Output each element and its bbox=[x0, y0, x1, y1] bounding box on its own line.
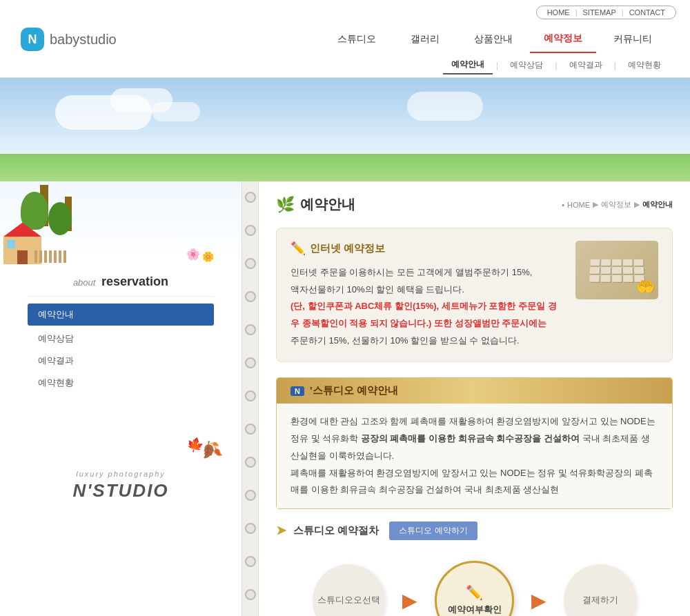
ring-binder bbox=[241, 181, 259, 616]
breadcrumb-home[interactable]: HOME bbox=[567, 201, 590, 209]
sky-background bbox=[0, 78, 690, 181]
step-arrow-1: ▶ bbox=[402, 589, 417, 612]
content-area: 🌿 예약안내 • HOME ▶ 예약정보 ▶ 예약안내 ✏️ 인터넷 예약정보 … bbox=[259, 181, 690, 616]
top-nav-sitemap[interactable]: SITEMAP bbox=[582, 8, 615, 17]
top-nav-sep2: | bbox=[622, 8, 624, 17]
luxury-text: luxury photography bbox=[0, 470, 241, 478]
sidebar-item-result[interactable]: 예약결과 bbox=[28, 350, 214, 372]
breadcrumb-bullet: • bbox=[562, 201, 564, 209]
procedure-title-text: 스튜디오 예약절차 bbox=[293, 524, 379, 537]
top-nav-sep1: | bbox=[575, 8, 578, 17]
step-1: 스튜디오오선택 bbox=[313, 564, 385, 616]
subnav-result[interactable]: 예약결과 bbox=[561, 57, 611, 74]
studio-info-header: N '스튜디오 예약안내 bbox=[277, 378, 672, 404]
sidebar-item-status[interactable]: 예약현황 bbox=[28, 372, 214, 394]
breadcrumb-current: 예약안내 bbox=[642, 199, 673, 210]
step-2-active: ✏️ 예약여부확인 bbox=[435, 561, 514, 616]
top-nav-border: HOME | SITEMAP | CONTACT bbox=[536, 6, 676, 19]
studio-bold-text: 공장의 폐촉매를 이용한 희유금속 회수공장을 건설하여 bbox=[361, 433, 580, 444]
breadcrumb: • HOME ▶ 예약정보 ▶ 예약안내 bbox=[562, 199, 673, 210]
procedure-title-row: ➤ 스튜디오 예약절차 스튜디오 예약하기 bbox=[276, 521, 673, 540]
page-title: 🌿 예약안내 bbox=[276, 195, 355, 214]
reservation-label: reservation bbox=[101, 275, 168, 288]
studio-name: N'STUDIO bbox=[0, 480, 241, 501]
breadcrumb-section[interactable]: 예약정보 bbox=[601, 199, 631, 210]
arrow-icon: ➤ bbox=[276, 523, 286, 538]
inet-box-title: ✏️ 인터넷 예약정보 bbox=[290, 241, 565, 256]
studio-info-title: '스튜디오 예약안내 bbox=[310, 384, 398, 397]
internet-reservation-box: ✏️ 인터넷 예약정보 인터넷 주문을 이용하시는 모든 고객에게 앨범주문하기… bbox=[276, 228, 673, 362]
logo-area: N babystudio bbox=[21, 28, 117, 51]
sidebar-item-consult[interactable]: 예약상담 bbox=[28, 328, 214, 350]
step-3: 결제하기 bbox=[564, 564, 636, 616]
nav-community[interactable]: 커뮤니티 bbox=[596, 26, 669, 52]
nav-gallery[interactable]: 갤러리 bbox=[393, 26, 457, 52]
about-label: about bbox=[73, 277, 96, 288]
top-nav-contact[interactable]: CONTACT bbox=[629, 8, 665, 17]
subnav-consult[interactable]: 예약상담 bbox=[502, 57, 551, 74]
nav-products[interactable]: 상품안내 bbox=[457, 26, 530, 52]
sidebar-item-info[interactable]: 예약안내 bbox=[28, 304, 214, 326]
studio-branding: luxury photography N'STUDIO bbox=[0, 463, 241, 515]
keyboard-illustration: 🤲 bbox=[575, 241, 658, 299]
nav-studio[interactable]: 스튜디오 bbox=[320, 26, 393, 52]
page-title-text: 예약안내 bbox=[300, 195, 355, 214]
inet-box-text: 인터넷 주문을 이용하시는 모든 고객에게 앨범주문하기 15%, 액자선물하기… bbox=[290, 264, 565, 349]
procedure-book-btn[interactable]: 스튜디오 예약하기 bbox=[389, 521, 477, 540]
studio-info-box: N '스튜디오 예약안내 환경에 대한 관심 고조와 함께 폐촉매를 재활용하여… bbox=[276, 377, 673, 508]
top-nav-home[interactable]: HOME bbox=[547, 8, 570, 17]
main-nav: 스튜디오 갤러리 상품안내 예약정보 커뮤니티 bbox=[320, 26, 669, 53]
studio-n-badge: N bbox=[290, 386, 304, 396]
procedure-steps: 스튜디오오선택 ▶ ✏️ 예약여부확인 ▶ 결제하기 bbox=[276, 554, 673, 616]
nav-reservation[interactable]: 예약정보 bbox=[530, 26, 596, 53]
pencil-icon: ✏️ bbox=[290, 241, 306, 256]
subnav-status[interactable]: 예약현황 bbox=[620, 57, 669, 74]
sidebar-heading: about reservation bbox=[28, 264, 214, 297]
sidebar-menu: 예약안내 예약상담 예약결과 예약현황 bbox=[28, 304, 214, 394]
inet-box-highlight: (단, 할인쿠폰과 ABC체류 할인(15%), 세트메뉴가 포함한 주문일 경… bbox=[290, 301, 557, 328]
sidebar: 🌸 🌼 about reservation 예약안내 예약상담 예약결과 예약현… bbox=[0, 181, 241, 616]
logo-n-box: N bbox=[21, 28, 44, 51]
leaf-icon: 🌿 bbox=[276, 196, 295, 214]
studio-info-content: 환경에 대한 관심 고조와 함께 폐촉매를 재활용하여 환경오염방지에 앞장서고… bbox=[277, 404, 672, 508]
logo-text: babystudio bbox=[50, 32, 117, 48]
step-arrow-2: ▶ bbox=[531, 589, 546, 612]
subnav-info[interactable]: 예약안내 bbox=[443, 56, 493, 74]
